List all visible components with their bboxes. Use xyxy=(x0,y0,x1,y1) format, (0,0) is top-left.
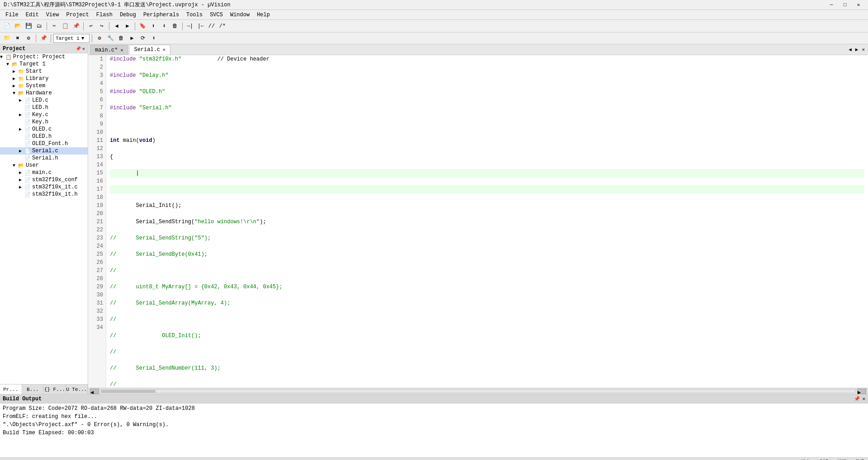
target-dropdown[interactable]: Target 1 ▼ xyxy=(53,34,90,43)
build-output-pin[interactable]: 📌 xyxy=(854,396,860,402)
tree-arrow[interactable]: ▶ xyxy=(19,148,24,154)
project-bottom-tab-3[interactable]: U Te... xyxy=(66,385,88,394)
menu-item-file[interactable]: File xyxy=(2,11,22,19)
menu-item-view[interactable]: View xyxy=(42,11,63,19)
editor-tab-Serial-c[interactable]: Serial.c✕ xyxy=(129,45,170,55)
comment-btn[interactable]: // xyxy=(207,21,217,31)
pin-icon[interactable]: 📌 xyxy=(75,46,81,52)
menu-item-help[interactable]: Help xyxy=(253,11,274,19)
indent-btn[interactable]: →| xyxy=(185,21,195,31)
nav-fwd-btn[interactable]: ▶ xyxy=(123,21,132,31)
tree-item-Key-h[interactable]: 📄Key.h xyxy=(0,118,88,126)
menu-item-tools[interactable]: Tools xyxy=(183,11,206,19)
menu-item-edit[interactable]: Edit xyxy=(22,11,42,19)
next-bookmark-btn[interactable]: ⬇ xyxy=(159,21,169,31)
copy-btn[interactable]: 📋 xyxy=(60,21,70,31)
tree-arrow[interactable]: ▼ xyxy=(6,62,12,67)
save-btn[interactable]: 💾 xyxy=(24,21,33,31)
scroll-right-btn[interactable]: ▶ xyxy=(857,389,866,394)
tree-arrow[interactable]: ▼ xyxy=(0,55,5,60)
tree-item-Serial-h[interactable]: 📄Serial.h xyxy=(0,155,88,162)
project-settings-btn[interactable]: ⚙ xyxy=(24,33,33,43)
options-btn[interactable]: ⚙ xyxy=(94,33,104,43)
clean-btn[interactable]: 🗑 xyxy=(116,33,126,43)
rebuild-btn[interactable]: ⟳ xyxy=(138,33,148,43)
tree-item-Key-c[interactable]: ▶📄Key.c xyxy=(0,111,88,118)
build-manage-btn[interactable]: 🔧 xyxy=(105,33,115,43)
pin-btn[interactable]: 📌 xyxy=(38,33,48,43)
tree-item-Project--Project[interactable]: ▼📋Project: Project xyxy=(0,53,88,61)
menu-item-peripherals[interactable]: Peripherals xyxy=(140,11,183,19)
bookmark-btn[interactable]: 🔖 xyxy=(137,21,147,31)
close-panel-icon[interactable]: ✕ xyxy=(82,46,85,52)
tree-item-OLED-c[interactable]: ▶📄OLED.c xyxy=(0,126,88,133)
paste-btn[interactable]: 📌 xyxy=(71,21,81,31)
menu-item-debug[interactable]: Debug xyxy=(116,11,140,19)
tab-scroll-right[interactable]: ▶ xyxy=(854,46,860,53)
tree-item-User[interactable]: ▼📂User xyxy=(0,162,88,169)
download-btn[interactable]: ⬇ xyxy=(149,33,159,43)
menu-item-flash[interactable]: Flash xyxy=(93,11,116,19)
clear-bookmark-btn[interactable]: 🗑 xyxy=(170,21,180,31)
tree-arrow[interactable]: ▶ xyxy=(13,76,18,81)
build-output-close[interactable]: ✕ xyxy=(862,396,865,402)
tree-arrow[interactable]: ▶ xyxy=(19,127,24,132)
prev-bookmark-btn[interactable]: ⬆ xyxy=(148,21,158,31)
tree-arrow[interactable]: ▶ xyxy=(19,112,24,117)
tree-item-Serial-c[interactable]: ▶📄Serial.c xyxy=(0,147,88,155)
menu-item-svcs[interactable]: SVCS xyxy=(206,11,226,19)
tree-item-LED-h[interactable]: 📄LED.h xyxy=(0,104,88,111)
tree-arrow[interactable]: ▼ xyxy=(13,91,18,96)
close-project-btn[interactable]: ✖ xyxy=(13,33,23,43)
save-all-btn[interactable]: 🗂 xyxy=(34,21,44,31)
close-button[interactable]: ✕ xyxy=(853,1,864,9)
tree-arrow[interactable]: ▶ xyxy=(13,83,18,89)
open-project-btn[interactable]: 📁 xyxy=(2,33,12,43)
tree-item-Start[interactable]: ▶📁Start xyxy=(0,68,88,75)
tree-item-stm32f10x-conf[interactable]: ▶📄stm32f10x_conf xyxy=(0,176,88,183)
menu-item-project[interactable]: Project xyxy=(62,11,92,19)
editor-area: main.c*✕Serial.c✕ ◀ ▶ ✕ 1234567891011121… xyxy=(88,44,868,394)
tree-arrow[interactable]: ▶ xyxy=(13,69,18,74)
tree-arrow[interactable]: ▶ xyxy=(19,98,24,103)
tree-arrow[interactable]: ▶ xyxy=(19,177,24,183)
tree-item-stm32f10x-it-h[interactable]: 📄stm32f10x_it.h xyxy=(0,191,88,198)
cut-btn[interactable]: ✂ xyxy=(49,21,59,31)
tree-item-LED-c[interactable]: ▶📄LED.c xyxy=(0,97,88,104)
tab-menu[interactable]: ✕ xyxy=(860,46,866,53)
minimize-button[interactable]: ─ xyxy=(826,1,837,9)
tree-arrow[interactable]: ▶ xyxy=(19,170,24,175)
nav-back-btn[interactable]: ◀ xyxy=(112,21,122,31)
tree-item-stm32f10x-it-c[interactable]: ▶📄stm32f10x_it.c xyxy=(0,183,88,191)
editor-tab-main-c-[interactable]: main.c*✕ xyxy=(90,45,128,55)
tree-item-Target-1[interactable]: ▼📂Target 1 xyxy=(0,61,88,68)
uncomment-btn[interactable]: /* xyxy=(217,21,227,31)
tree-item-Hardware[interactable]: ▼📂Hardware xyxy=(0,89,88,97)
new-file-btn[interactable]: 📄 xyxy=(2,21,12,31)
code-editor[interactable]: 1234567891011121314151617181920212223242… xyxy=(88,55,868,388)
redo-btn[interactable]: ↪ xyxy=(97,21,107,31)
project-bottom-tab-1[interactable]: B... xyxy=(22,385,44,394)
tree-arrow[interactable]: ▶ xyxy=(19,184,24,190)
menu-item-window[interactable]: Window xyxy=(226,11,253,19)
project-bottom-tab-0[interactable]: Pr... xyxy=(0,385,22,394)
tree-item-OLED-Font-h[interactable]: 📄OLED_Font.h xyxy=(0,140,88,147)
scroll-left-btn[interactable]: ◀ xyxy=(90,389,99,394)
undo-btn[interactable]: ↩ xyxy=(86,21,96,31)
tab-scroll-left[interactable]: ◀ xyxy=(847,46,853,53)
tree-item-Library[interactable]: ▶📁Library xyxy=(0,75,88,82)
maximize-button[interactable]: □ xyxy=(839,1,851,9)
tree-label: Serial.c xyxy=(32,148,58,154)
tree-item-main-c[interactable]: ▶📄main.c xyxy=(0,169,88,176)
tree-arrow[interactable]: ▼ xyxy=(13,163,18,168)
tree-item-System[interactable]: ▶📁System xyxy=(0,82,88,89)
horizontal-scrollbar[interactable]: ◀ ▶ xyxy=(88,388,868,394)
unindent-btn[interactable]: |← xyxy=(196,21,206,31)
tab-close[interactable]: ✕ xyxy=(163,47,165,52)
tab-close[interactable]: ✕ xyxy=(120,47,123,53)
open-btn[interactable]: 📂 xyxy=(13,21,23,31)
project-bottom-tab-2[interactable]: {} F... xyxy=(44,385,66,394)
build-btn[interactable]: ▶ xyxy=(127,33,137,43)
code-content[interactable]: #include "stm32f10x.h" // Device header … xyxy=(106,55,868,388)
tree-item-OLED-h[interactable]: 📄OLED.h xyxy=(0,133,88,140)
